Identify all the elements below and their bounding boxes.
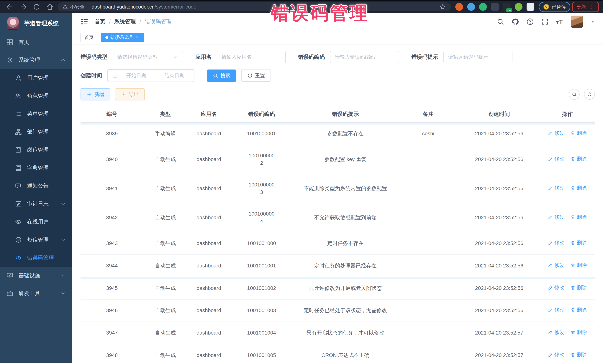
browser-reload-icon[interactable] (33, 3, 40, 11)
sidebar-item-菜单管理[interactable]: 菜单管理 (0, 105, 72, 123)
sidebar-item-短信管理[interactable]: 短信管理 (0, 231, 72, 249)
breadcrumb-item[interactable]: 系统管理 (114, 18, 136, 25)
sidebar-item-岗位管理[interactable]: 岗位管理 (0, 141, 72, 159)
close-icon[interactable] (135, 35, 139, 40)
tag-首页[interactable]: 首页 (80, 33, 98, 42)
delete-link[interactable]: 删除 (570, 329, 587, 336)
delete-link[interactable]: 删除 (570, 130, 587, 137)
sidebar-item-通知公告[interactable]: 通知公告 (0, 177, 72, 195)
reset-button[interactable]: 重置 (241, 69, 271, 82)
key-extension-icon[interactable] (515, 3, 522, 11)
caret-down-icon[interactable] (590, 19, 595, 24)
edit-link[interactable]: 修改 (548, 284, 564, 291)
chevron-down-icon (60, 201, 66, 207)
cell-operations: 修改删除 (540, 344, 595, 363)
sidebar-item-字典管理[interactable]: 字典管理 (0, 159, 72, 177)
security-chip[interactable]: 不安全 (62, 4, 85, 10)
cell-id: 3945 (81, 277, 143, 299)
help-icon[interactable] (526, 18, 534, 26)
font-size-icon[interactable]: TT (556, 18, 564, 26)
paused-badge[interactable]: 已暂停 (539, 2, 570, 12)
cell-msg: 定时任务的处理器已经存在 (293, 255, 398, 277)
error-code-input[interactable] (335, 54, 394, 60)
browser-home-icon[interactable] (46, 3, 54, 11)
edit-icon (548, 308, 553, 312)
page-url: dashboard.yudao.iocoder.cn/system/error-… (92, 4, 196, 10)
sidebar-item-在线用户[interactable]: 在线用户 (0, 213, 72, 231)
edit-link[interactable]: 修改 (548, 184, 564, 192)
search-icon[interactable] (497, 18, 504, 26)
delete-link[interactable]: 删除 (570, 213, 587, 221)
cell-remark (398, 344, 458, 363)
edit-link[interactable]: 修改 (548, 306, 564, 314)
filter-error-msg: 错误码提示 (411, 51, 512, 63)
delete-link[interactable]: 删除 (570, 184, 587, 192)
delete-link[interactable]: 删除 (570, 284, 587, 291)
edit-icon (548, 285, 553, 290)
sidebar-item-基础设施[interactable]: 基础设施 (0, 267, 72, 285)
error-type-select[interactable]: 请选择错误码类型 (113, 51, 183, 63)
error-code-field (330, 51, 399, 63)
table-header-row: 编号类型应用名错误码编码错误码提示备注创建时间操作 (81, 106, 595, 122)
delete-link[interactable]: 删除 (570, 306, 587, 314)
github-icon[interactable] (511, 18, 519, 26)
user-avatar[interactable] (571, 16, 583, 28)
update-button[interactable]: 更新 (572, 2, 599, 12)
edit-link[interactable]: 修改 (548, 155, 564, 163)
cell-type: 自动生成 (143, 299, 187, 322)
edit-link[interactable]: 修改 (548, 239, 564, 246)
add-button[interactable]: 新增 (81, 88, 110, 100)
edit-link[interactable]: 修改 (548, 329, 564, 336)
sidebar-item-部门管理[interactable]: 部门管理 (0, 123, 72, 141)
date-range-picker[interactable]: 开始日期 - 结束日期 (107, 69, 195, 82)
error-msg-input[interactable] (448, 54, 508, 60)
breadcrumb: 首页/系统管理/错误码管理 (95, 18, 172, 25)
gem-extension-icon[interactable] (467, 3, 475, 11)
breadcrumb-item[interactable]: 首页 (95, 18, 105, 25)
search-button[interactable]: 搜索 (207, 69, 236, 82)
sidebar-item-用户管理[interactable]: 用户管理 (0, 69, 72, 87)
bookmark-star-icon[interactable] (439, 3, 446, 10)
cell-code: 1001000004 (230, 203, 293, 232)
sidebar-logo-row[interactable]: 芋道管理系统 (0, 13, 72, 33)
fullscreen-icon[interactable] (541, 18, 549, 26)
delete-label: 删除 (577, 184, 587, 192)
sidebar-item-研发工具[interactable]: 研发工具 (0, 285, 72, 302)
show-search-button[interactable] (569, 89, 580, 100)
delete-link[interactable]: 删除 (570, 155, 587, 163)
edit-link[interactable]: 修改 (548, 130, 564, 137)
delete-link[interactable]: 删除 (570, 262, 587, 269)
refresh-table-button[interactable] (584, 89, 595, 100)
export-button[interactable]: 导出 (115, 88, 145, 100)
cell-type: 自动生成 (143, 145, 187, 174)
app-name-input[interactable] (221, 54, 281, 60)
delete-icon (570, 308, 575, 312)
green-check-extension-icon[interactable] (479, 3, 487, 11)
gear-icon (6, 56, 13, 64)
breadcrumb-item[interactable]: 错误码管理 (145, 18, 172, 25)
breadcrumb-separator: / (139, 19, 141, 25)
error-code-value: 1001001005 (247, 352, 276, 358)
address-bar[interactable]: 不安全 dashboard.yudao.iocoder.cn/system/er… (58, 2, 451, 11)
sidebar-item-错误码管理[interactable]: 错误码管理 (0, 249, 72, 267)
hamburger-icon[interactable] (80, 18, 88, 26)
edit-link[interactable]: 修改 (548, 351, 564, 358)
sidebar-item-首页[interactable]: 首页 (0, 33, 72, 51)
edit-link[interactable]: 修改 (548, 262, 564, 269)
grid-extension-icon[interactable] (491, 3, 499, 11)
browser-forward-icon[interactable] (19, 3, 27, 11)
sidebar-item-角色管理[interactable]: 角色管理 (0, 87, 72, 105)
delete-link[interactable]: 删除 (570, 239, 587, 246)
calendar-icon (112, 73, 118, 78)
sidebar-item-系统管理[interactable]: 系统管理 (0, 51, 72, 69)
adblock-extension-icon[interactable] (455, 3, 463, 11)
delete-link[interactable]: 删除 (570, 351, 587, 358)
edit-link[interactable]: 修改 (548, 213, 564, 221)
browser-back-icon[interactable] (6, 3, 14, 11)
sidebar-item-label: 审计日志 (27, 200, 49, 208)
sidebar-item-审计日志[interactable]: 审计日志 (0, 195, 72, 213)
onetab-extension-icon[interactable]: on (503, 3, 510, 11)
tag-错误码管理[interactable]: 错误码管理 (101, 33, 144, 42)
puzzle-extension-icon[interactable] (527, 3, 534, 11)
more-vertical-icon[interactable] (589, 4, 595, 10)
